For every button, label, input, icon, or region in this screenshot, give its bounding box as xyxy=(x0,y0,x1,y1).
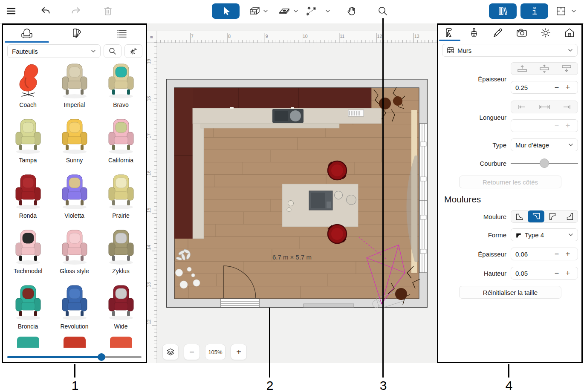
layers-button[interactable] xyxy=(162,344,179,360)
tab-building[interactable] xyxy=(558,25,581,41)
furniture-item[interactable]: Bravo xyxy=(98,60,144,115)
furniture-item[interactable]: Revolution xyxy=(51,281,98,336)
tab-materials[interactable] xyxy=(462,25,486,41)
wall-thickness-field[interactable]: 0.25 − + xyxy=(511,81,578,94)
hauteur-decrement[interactable]: − xyxy=(551,269,562,278)
hauteur-field[interactable]: 0.05 − + xyxy=(511,267,578,280)
wall-tool-button[interactable] xyxy=(245,3,264,19)
furniture-item[interactable]: Ronda xyxy=(5,170,51,226)
furniture-item[interactable]: Imperial xyxy=(51,60,98,115)
undo-button[interactable] xyxy=(36,3,55,19)
library-settings-button[interactable] xyxy=(124,44,142,58)
furniture-item[interactable]: Tampa xyxy=(5,115,51,170)
select-tool-button[interactable] xyxy=(212,3,240,19)
thickness-ref-top-button[interactable] xyxy=(511,63,533,75)
thickness-ref-bottom-button[interactable] xyxy=(555,63,578,75)
furniture-item[interactable]: Zyklus xyxy=(98,226,144,281)
tab-dimensions[interactable] xyxy=(438,25,462,41)
wall-type-select[interactable]: Mur d’étage xyxy=(511,138,578,151)
threshold[interactable] xyxy=(304,304,354,307)
view-mode-chevron[interactable] xyxy=(571,9,576,14)
furniture-item[interactable]: Prairie xyxy=(98,170,144,226)
window-bottom[interactable] xyxy=(221,299,259,307)
thickness-increment-button[interactable]: + xyxy=(562,83,573,92)
moulure-bottom-left-button[interactable] xyxy=(511,210,528,222)
furniture-item[interactable]: Broncia xyxy=(5,281,51,336)
curvature-label: Courbure xyxy=(442,160,506,167)
hauteur-increment[interactable]: + xyxy=(562,269,573,278)
furniture-item[interactable]: Techmodel xyxy=(5,226,51,281)
furniture-item[interactable]: Violetta xyxy=(51,170,98,226)
flip-sides-button[interactable]: Retourner les côtés xyxy=(459,176,561,188)
moulure-thickness-field[interactable]: 0.06 − + xyxy=(511,248,578,260)
floor-tool-button[interactable] xyxy=(275,3,294,19)
object-selector[interactable]: Murs xyxy=(442,44,578,57)
moulure-top-left-button[interactable] xyxy=(544,210,561,222)
search-tool-button[interactable] xyxy=(373,3,392,19)
floor-plan[interactable]: 6.7 m × 5.7 m xyxy=(166,79,428,308)
moulure-thickness-increment[interactable]: + xyxy=(562,250,573,259)
tab-list[interactable] xyxy=(98,25,146,43)
tab-edit[interactable] xyxy=(486,25,510,41)
library-button[interactable] xyxy=(489,3,517,19)
svg-text:11: 11 xyxy=(340,34,344,39)
furniture-item-partial[interactable] xyxy=(5,337,51,348)
tab-materials[interactable] xyxy=(51,25,98,43)
delete-button[interactable] xyxy=(98,3,117,19)
curvature-slider[interactable] xyxy=(511,159,578,168)
thickness-decrement-button[interactable]: − xyxy=(551,83,562,92)
reset-size-button[interactable]: Réinitialiser la taille xyxy=(459,286,561,299)
slider-knob[interactable] xyxy=(540,159,549,168)
furniture-item-partial[interactable] xyxy=(98,337,144,348)
length-increment-button[interactable]: + xyxy=(562,121,573,130)
thumbnail-size-slider[interactable] xyxy=(7,353,142,360)
tab-light[interactable] xyxy=(534,25,558,41)
zoom-level[interactable]: 105% xyxy=(205,344,226,360)
forme-select[interactable]: Type 4 xyxy=(511,228,578,241)
red-chair-top[interactable] xyxy=(328,161,347,180)
furniture-item[interactable]: Gloss style xyxy=(51,226,98,281)
length-ref-right-button[interactable] xyxy=(555,101,578,113)
measure-tool-button[interactable] xyxy=(302,3,321,19)
moulure-bottom-right-button[interactable] xyxy=(561,210,578,222)
length-ref-center-button[interactable] xyxy=(533,101,555,113)
kitchen-island[interactable] xyxy=(282,184,358,227)
view-mode-button[interactable] xyxy=(552,3,570,19)
thickness-ref-center-button[interactable] xyxy=(533,63,555,75)
zoom-in-button[interactable]: + xyxy=(231,344,247,360)
length-decrement-button[interactable]: − xyxy=(551,121,562,130)
tab-camera[interactable] xyxy=(510,25,534,41)
radiator[interactable] xyxy=(348,110,364,116)
info-button[interactable] xyxy=(520,3,548,19)
zoom-out-button[interactable]: − xyxy=(184,344,200,360)
moulure-top-right-button[interactable] xyxy=(528,210,544,222)
tab-furniture[interactable] xyxy=(3,25,51,43)
slider-knob[interactable] xyxy=(98,353,105,361)
object-selector-value: Murs xyxy=(457,47,471,54)
length-ref-left-button[interactable] xyxy=(511,101,533,113)
furniture-item[interactable]: California xyxy=(98,115,144,170)
hauteur-value: 0.05 xyxy=(515,270,551,277)
molding-profile-icon xyxy=(532,212,541,221)
wall-thickness-reference-segmented xyxy=(511,62,578,75)
window-right-bottom[interactable] xyxy=(419,200,427,273)
callout-line-3 xyxy=(382,18,384,378)
furniture-item[interactable]: Coach xyxy=(5,60,51,115)
library-search-button[interactable] xyxy=(104,44,121,58)
menu-button[interactable] xyxy=(2,3,20,19)
measure-tool-chevron[interactable] xyxy=(325,9,330,14)
redo-button[interactable] xyxy=(66,3,85,19)
category-select[interactable]: Fauteuils xyxy=(7,44,101,58)
wall-tool-chevron[interactable] xyxy=(263,9,268,14)
moulure-thickness-decrement[interactable]: − xyxy=(551,250,562,259)
window-right-top[interactable] xyxy=(419,124,427,200)
red-chair-bottom[interactable] xyxy=(328,225,347,243)
wall-length-field[interactable]: − + xyxy=(511,119,578,132)
furniture-item[interactable]: Sunny xyxy=(51,115,98,170)
furniture-item-partial[interactable] xyxy=(51,337,98,348)
furniture-item[interactable]: Wide xyxy=(98,281,144,336)
floor-tool-chevron[interactable] xyxy=(293,9,298,14)
plan-canvas[interactable]: m 78910111213 1918171615141312 xyxy=(147,23,437,363)
moulure-thickness-label: Épaisseur xyxy=(442,251,506,258)
pan-tool-button[interactable] xyxy=(342,3,361,19)
